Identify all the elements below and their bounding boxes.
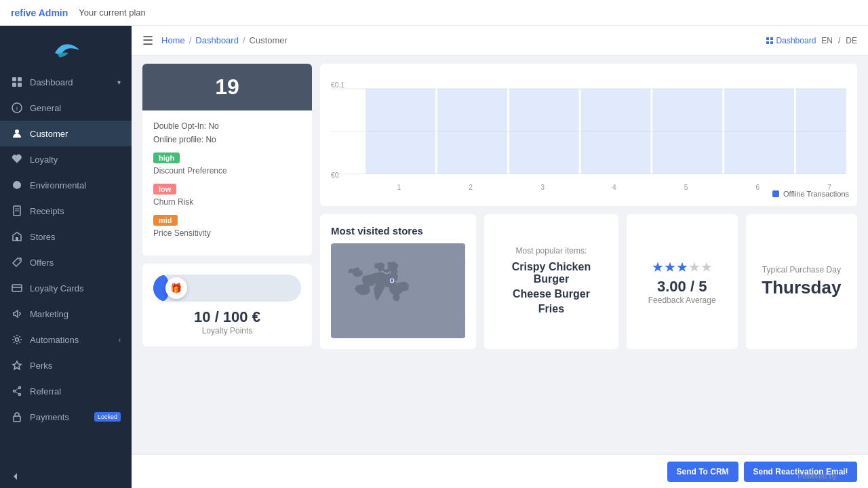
sidebar-label-offers: Offers [30,258,54,268]
loyalty-slider: 🎁 [153,274,301,302]
sidebar-item-stores[interactable]: Stores [0,224,132,249]
customer-number: 19 [215,75,239,99]
svg-text:i: i [16,105,18,112]
svg-text:3: 3 [540,184,545,191]
most-visited-title: Most visited stores [331,225,465,237]
svg-point-16 [19,387,21,389]
sidebar-item-loyalty-cards[interactable]: Loyalty Cards [0,275,132,301]
breadcrumb-dashboard[interactable]: Dashboard [195,35,239,45]
main-content: ☰ Home / Dashboard / Customer Dashboard … [132,26,868,488]
lang-en[interactable]: EN [821,36,833,45]
svg-text:5: 5 [684,184,688,191]
online-profile-row: Online profile: No [153,135,301,144]
feedback-score: 3.00 / 5 [657,278,707,296]
svg-rect-38 [366,89,435,174]
header-bar: ☰ Home / Dashboard / Customer Dashboard … [132,26,868,56]
sidebar-label-loyalty-cards: Loyalty Cards [30,283,83,293]
brand-name: refive Admin [11,7,68,18]
svg-rect-43 [724,89,794,174]
price-sensitivity-badge: mid [153,215,178,226]
dashboard-link[interactable]: Dashboard [766,36,816,45]
sidebar-label-stores: Stores [30,232,56,242]
sidebar-label-marketing: Marketing [30,309,68,319]
popular-item-1: Crispy Chicken Burger [495,261,607,285]
svg-rect-0 [12,77,16,81]
sidebar-label-automations: Automations [30,335,79,345]
sidebar-item-payments[interactable]: Payments Locked [0,404,132,430]
svg-rect-2 [12,83,16,87]
svg-rect-22 [766,37,769,40]
discount-pref-label: Discount Preference [153,166,301,176]
sidebar-logo [0,26,132,69]
sidebar-label-payments: Payments [30,412,69,422]
feedback-card: ★★★★★ 3.00 / 5 Feedback Average [627,214,738,349]
sidebar-label-dashboard: Dashboard [30,77,73,87]
bottom-row: Most visited stores [320,214,857,349]
settings-icon [11,333,23,346]
content-area: 19 Double Opt-In: No Online profile: No … [132,56,868,454]
svg-rect-12 [12,285,22,291]
star-icon [11,359,23,371]
locked-badge: Locked [94,412,121,422]
lock-icon [11,411,23,423]
churn-risk-badge: low [153,184,176,195]
double-opt-in-row: Double Opt-In: No [153,121,301,131]
sidebar-item-environmental[interactable]: Environmental [0,172,132,198]
breadcrumb: Home / Dashboard / Customer [161,35,288,45]
svg-text:6: 6 [755,184,760,191]
loyalty-value: 10 / 100 € [194,308,260,326]
svg-text:1: 1 [397,184,401,191]
sidebar-label-referral: Referral [30,386,61,396]
powered-by: Powered by refive [797,472,857,480]
svg-text:€0: €0 [331,171,339,179]
share-icon [11,385,23,397]
sidebar-label-receipts: Receipts [30,206,64,216]
sidebar-item-marketing[interactable]: Marketing [0,301,132,327]
chevron-left-icon: ‹ [119,336,121,344]
sidebar-item-general[interactable]: i General [0,95,132,121]
svg-line-19 [16,388,19,391]
svg-rect-23 [770,37,773,40]
discount-pref-badge: high [153,152,180,163]
grid-icon [11,76,23,88]
receipt-icon [11,205,23,217]
hamburger-menu[interactable]: ☰ [142,33,153,48]
svg-rect-25 [770,41,773,44]
svg-rect-39 [437,89,507,174]
sidebar-item-automations[interactable]: Automations ‹ [0,327,132,352]
plan-label: Your current plan [79,7,146,18]
breadcrumb-home[interactable]: Home [161,35,185,45]
svg-point-6 [15,129,19,134]
feedback-label: Feedback Average [648,296,716,305]
user-icon [11,127,23,140]
churn-risk-label: Churn Risk [153,197,301,207]
chevron-down-icon: ▾ [117,79,121,86]
sidebar-item-loyalty[interactable]: Loyalty [0,146,132,172]
sidebar-item-receipts[interactable]: Receipts [0,198,132,224]
sidebar-item-referral[interactable]: Referral [0,378,132,404]
svg-point-14 [16,338,19,342]
star-rating: ★★★★★ [652,259,713,275]
topbar: refive Admin Your current plan [0,0,868,26]
sidebar-item-customer[interactable]: Customer [0,121,132,146]
online-profile-label: Online profile: [153,135,203,144]
svg-marker-15 [13,361,21,369]
sidebar-item-offers[interactable]: Offers [0,249,132,275]
sidebar-label-environmental: Environmental [30,180,86,190]
info-icon: i [11,102,23,114]
popular-items-card: Most popular items: Crispy Chicken Burge… [484,214,618,349]
lang-sep: / [838,36,840,45]
svg-text:€0.1: €0.1 [331,81,344,89]
right-panel: €0.1 €0 1 2 3 4 5 6 7 [320,64,857,446]
svg-point-18 [19,394,21,396]
sidebar-item-perks[interactable]: Perks [0,352,132,378]
sidebar-item-dashboard[interactable]: Dashboard ▾ [0,69,132,95]
footer-bar: Send To CRM Send Reactivation Email Powe… [132,454,868,488]
send-to-crm-button[interactable]: Send To CRM [667,462,738,482]
europe-map-container [331,243,465,338]
lang-de[interactable]: DE [846,36,857,45]
online-profile-value: No [205,135,216,144]
svg-rect-42 [652,89,722,174]
double-opt-in-label: Double Opt-In: [153,121,206,131]
sidebar-collapse-button[interactable] [0,465,132,488]
